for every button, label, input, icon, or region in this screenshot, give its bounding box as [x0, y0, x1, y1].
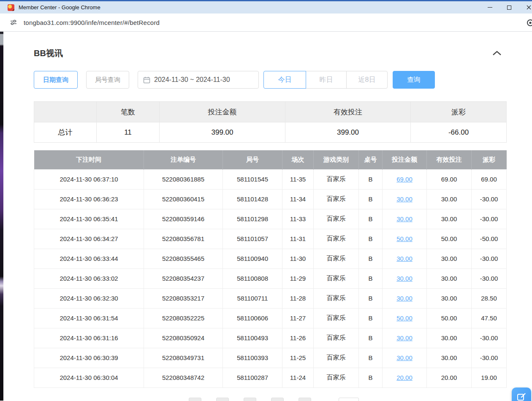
summary-valid-bet-value: 399.00: [285, 122, 411, 143]
bet-amount-cell: 30.00: [383, 209, 427, 229]
payout-cell: 28.50: [472, 288, 507, 308]
session-cell: 11-27: [282, 308, 314, 328]
bet-amount-cell: 30.00: [383, 348, 427, 368]
game-type-cell: 百家乐: [314, 368, 359, 387]
session-cell: 11-30: [282, 249, 314, 268]
round-no-cell: 581101298: [223, 209, 282, 229]
minimize-button[interactable]: [480, 1, 499, 14]
panel-title: BB视讯: [34, 47, 63, 59]
bet-amount-link[interactable]: 50.00: [396, 235, 413, 242]
bet-time-cell: 2024-11-30 06:35:41: [34, 209, 144, 229]
bet-amount-link[interactable]: 20.00: [396, 374, 413, 381]
session-cell: 11-34: [282, 189, 314, 209]
bet-amount-link[interactable]: 30.00: [396, 334, 413, 341]
summary-header-row: 笔数 投注金额 有效投注 派彩: [34, 102, 507, 122]
maximize-button[interactable]: [499, 1, 519, 14]
summary-table: 笔数 投注金额 有效投注 派彩 总计 11 399.00 399.00 -66.…: [34, 101, 507, 143]
records-header-row: 下注时间 注单编号 局号 场次 游戏类别 桌号 投注金额 有效投注 派彩: [34, 150, 507, 169]
quick-date-group: 今日 昨日 近8日: [263, 71, 388, 89]
table-no-cell: B: [359, 229, 383, 249]
valid-bet-cell: 20.00: [427, 368, 472, 387]
table-row: 2024-11-30 06:30:04 522080348742 5811002…: [34, 368, 507, 387]
bet-amount-link[interactable]: 30.00: [396, 295, 413, 302]
table-no-cell: B: [359, 189, 383, 209]
round-no-cell: 581100808: [223, 268, 282, 288]
bet-time-cell: 2024-11-30 06:33:44: [34, 249, 144, 268]
order-no-cell: 522080355465: [144, 249, 223, 268]
game-type-cell: 百家乐: [314, 229, 359, 249]
table-row: 2024-11-30 06:34:27 522080356781 5811010…: [34, 229, 507, 249]
date-query-button[interactable]: 日期查询: [34, 71, 78, 89]
round-no-cell: 581100711: [223, 288, 282, 308]
pagination-prev-button[interactable]: [189, 398, 201, 401]
panel-header: BB视讯: [34, 32, 506, 59]
site-settings-tune-icon[interactable]: [9, 18, 18, 27]
today-button[interactable]: 今日: [263, 71, 306, 89]
search-button[interactable]: 查询: [393, 71, 435, 89]
pagination-page-button[interactable]: [271, 398, 284, 401]
valid-bet-cell: 30.00: [427, 328, 472, 348]
game-type-cell: 百家乐: [314, 328, 359, 348]
bet-amount-cell: 69.00: [383, 169, 427, 189]
bet-time-cell: 2024-11-30 06:34:27: [34, 229, 144, 249]
table-no-cell: B: [359, 328, 383, 348]
bet-amount-link[interactable]: 50.00: [396, 314, 413, 322]
table-row: 2024-11-30 06:33:02 522080354237 5811008…: [34, 268, 507, 288]
summary-header-valid-bet: 有效投注: [285, 102, 411, 122]
valid-bet-cell: 50.00: [427, 229, 472, 249]
header-round-no: 局号: [223, 150, 282, 169]
payout-cell: -30.00: [472, 328, 507, 348]
table-row: 2024-11-30 06:35:41 522080359146 5811012…: [34, 209, 507, 229]
pagination-page-button[interactable]: [216, 398, 229, 401]
date-range-input[interactable]: 2024-11-30 ~ 2024-11-30: [138, 71, 259, 89]
bet-amount-link[interactable]: 30.00: [396, 354, 413, 361]
payout-cell: 69.00: [472, 169, 507, 189]
header-session: 场次: [282, 150, 314, 169]
address-bar[interactable]: tongbao31.com:9900/infe/mcenter/#/betRec…: [0, 14, 532, 32]
last-8-days-button[interactable]: 近8日: [346, 71, 388, 89]
game-type-cell: 百家乐: [314, 308, 359, 328]
round-no-cell: 581100940: [223, 249, 282, 268]
round-no-cell: 581100606: [223, 308, 282, 328]
bet-amount-cell: 50.00: [383, 308, 427, 328]
round-no-cell: 581100287: [223, 368, 282, 387]
pagination-jump-input[interactable]: [339, 398, 359, 401]
bet-amount-link[interactable]: 30.00: [396, 215, 413, 222]
chat-compose-icon: [516, 392, 527, 401]
bet-time-cell: 2024-11-30 06:31:16: [34, 328, 144, 348]
close-button[interactable]: [519, 1, 532, 14]
summary-count-value: 11: [97, 122, 160, 143]
bet-amount-cell: 30.00: [383, 189, 427, 209]
pagination-next-button[interactable]: [299, 398, 311, 401]
collapse-button[interactable]: [491, 47, 503, 59]
chevron-up-icon: [492, 51, 502, 56]
extension-circle-icon[interactable]: [527, 19, 532, 28]
header-bet-amount: 投注金额: [383, 150, 427, 169]
round-query-button[interactable]: 局号查询: [86, 71, 129, 89]
bet-amount-link[interactable]: 69.00: [396, 176, 413, 183]
table-row: 2024-11-30 06:37:10 522080361885 5811015…: [34, 169, 507, 189]
header-payout: 派彩: [472, 150, 507, 169]
payout-cell: -50.00: [472, 229, 507, 249]
session-cell: 11-29: [282, 268, 314, 288]
bet-amount-link[interactable]: 30.00: [396, 255, 413, 262]
bet-time-cell: 2024-11-30 06:30:04: [34, 368, 144, 387]
yesterday-button[interactable]: 昨日: [306, 71, 347, 89]
url-text[interactable]: tongbao31.com:9900/infe/mcenter/#/betRec…: [24, 19, 160, 26]
bet-time-cell: 2024-11-30 06:33:02: [34, 268, 144, 288]
valid-bet-cell: 69.00: [427, 169, 472, 189]
table-row: 2024-11-30 06:31:54 522080352225 5811006…: [34, 308, 507, 328]
summary-header-empty: [34, 102, 97, 122]
order-no-cell: 522080353217: [144, 288, 223, 308]
pagination-page-button[interactable]: [244, 398, 256, 401]
session-cell: 11-35: [282, 169, 314, 189]
close-icon: [527, 5, 531, 10]
bet-amount-link[interactable]: 30.00: [396, 275, 413, 282]
payout-cell: -30.00: [472, 209, 507, 229]
bet-amount-link[interactable]: 30.00: [396, 195, 413, 203]
pagination: [189, 398, 506, 401]
customer-service-button[interactable]: [512, 387, 531, 401]
page-content: BB视讯 日期查询 局号查询 2024-11-30 ~ 2024-11-30: [0, 32, 532, 401]
minimize-icon: [488, 7, 492, 8]
window-controls: [480, 1, 532, 14]
